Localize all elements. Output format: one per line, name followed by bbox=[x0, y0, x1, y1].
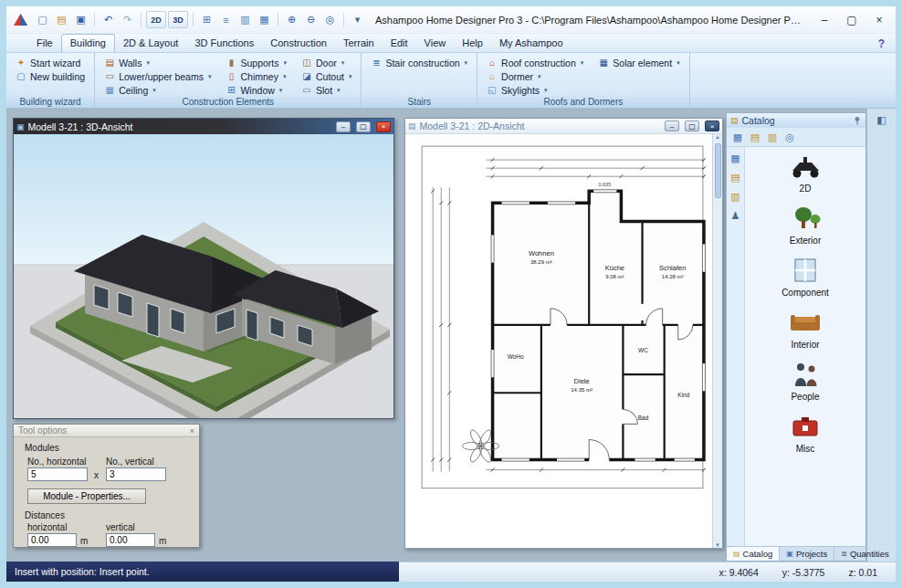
catalog-panel: ▤ Catalog ▦ ▤ ▥ ◎ ▦ ▤ ▥ ♟ bbox=[726, 112, 866, 562]
tab-3d-functions[interactable]: 3D Functions bbox=[186, 35, 262, 52]
tab-quantities[interactable]: ≣ Quantities bbox=[834, 547, 896, 561]
panel-collapse-icon[interactable]: ◧ bbox=[867, 114, 896, 126]
new-file-icon[interactable]: ▢ bbox=[34, 11, 51, 28]
door-button[interactable]: ◫ Door ▾ bbox=[299, 56, 353, 69]
scrollbar-thumb[interactable] bbox=[715, 143, 721, 198]
window-button[interactable]: ⊞ Window ▾ bbox=[224, 83, 288, 97]
distance-horizontal-input[interactable] bbox=[27, 533, 77, 547]
catalog-item-component[interactable]: Component bbox=[781, 254, 829, 298]
close-button[interactable]: × bbox=[866, 11, 892, 29]
3d-viewport[interactable] bbox=[14, 134, 393, 418]
view-3d-button[interactable]: 3D bbox=[168, 11, 188, 28]
3d-close-button[interactable]: × bbox=[376, 121, 391, 132]
tab-my-ashampoo[interactable]: My Ashampoo bbox=[491, 35, 572, 52]
no-horizontal-label: No., horizontal bbox=[27, 457, 86, 467]
solar-element-button[interactable]: ▦ Solar element ▾ bbox=[596, 56, 681, 69]
save-icon[interactable]: ▣ bbox=[72, 11, 89, 28]
materials-category-icon[interactable]: ▥ bbox=[730, 191, 739, 203]
catalog-toolbar: ▦ ▤ ▥ ◎ bbox=[727, 128, 865, 147]
collapsed-panel-strip: ◧ bbox=[866, 109, 896, 562]
modules-vertical-input[interactable] bbox=[106, 467, 166, 481]
cutout-button[interactable]: ◪ Cutout ▾ bbox=[299, 69, 353, 83]
qat-more-icon[interactable]: ▾ bbox=[349, 11, 366, 28]
2d-close-button[interactable]: × bbox=[705, 121, 719, 131]
stair-construction-button[interactable]: ≣ Stair construction ▾ bbox=[369, 56, 469, 69]
3d-scene-canvas[interactable] bbox=[14, 134, 393, 418]
tab-projects[interactable]: ▣ Projects bbox=[780, 547, 834, 561]
supports-button[interactable]: ▮ Supports ▾ bbox=[224, 56, 288, 69]
zoom-in-icon[interactable]: ⊕ bbox=[283, 11, 300, 28]
objects-category-icon[interactable]: ▦ bbox=[730, 152, 739, 164]
scroll-up-icon[interactable]: ▲ bbox=[715, 134, 720, 140]
zoom-out-icon[interactable]: ⊖ bbox=[302, 11, 320, 28]
catalog-item-exterior[interactable]: Exterior bbox=[784, 202, 826, 246]
ceiling-button[interactable]: ▦ Ceiling ▾ bbox=[102, 83, 213, 97]
ribbon-group-construction-elements: ▤ Walls ▾ ▭ Lower/upper beams ▾ ▦ Ceilin… bbox=[95, 53, 362, 108]
catalog-item-2d[interactable]: 2D bbox=[784, 150, 826, 194]
lower-upper-beams-button[interactable]: ▭ Lower/upper beams ▾ bbox=[102, 69, 213, 83]
new-folder-icon[interactable]: ▥ bbox=[765, 130, 780, 144]
folder-up-icon[interactable]: ▤ bbox=[748, 130, 762, 144]
chimney-button[interactable]: ▯ Chimney ▾ bbox=[224, 69, 288, 83]
tab-help[interactable]: Help bbox=[454, 35, 491, 52]
tab-building[interactable]: Building bbox=[61, 34, 115, 52]
catalog-item-interior[interactable]: Interior bbox=[784, 306, 826, 350]
scroll-down-icon[interactable]: ▼ bbox=[715, 542, 720, 548]
2d-view-title: Modell 3-21 : 2D-Ansicht bbox=[420, 121, 659, 131]
module-properties-button[interactable]: Module - Properties... bbox=[27, 488, 146, 504]
slot-button[interactable]: ▭ Slot ▾ bbox=[299, 83, 353, 97]
walls-button[interactable]: ▤ Walls ▾ bbox=[102, 56, 213, 69]
skylights-button[interactable]: ◱ Skylights ▾ bbox=[485, 83, 585, 97]
start-wizard-button[interactable]: ✦ Start wizard bbox=[14, 56, 87, 69]
roof-construction-button[interactable]: ⌂ Roof construction ▾ bbox=[485, 56, 585, 69]
minimize-button[interactable]: – bbox=[812, 11, 837, 29]
tab-catalog[interactable]: ▤ Catalog bbox=[727, 547, 780, 561]
distances-heading: Distances bbox=[25, 510, 65, 520]
floorplan-canvas[interactable]: Wohnen 38.29 m² Küche 9.08 m² Schlafen 1… bbox=[405, 134, 712, 548]
tab-construction[interactable]: Construction bbox=[262, 35, 335, 52]
catalog-item-misc[interactable]: Misc bbox=[784, 410, 826, 454]
tab-terrain[interactable]: Terrain bbox=[335, 35, 383, 52]
tab-edit[interactable]: Edit bbox=[383, 35, 416, 52]
pin-icon[interactable] bbox=[853, 116, 862, 125]
3d-minimize-button[interactable]: – bbox=[336, 121, 351, 132]
undo-icon[interactable]: ↶ bbox=[100, 11, 117, 28]
figures-category-icon[interactable]: ♟ bbox=[731, 210, 740, 222]
tool-options-close-icon[interactable]: × bbox=[190, 426, 194, 436]
2d-minimize-button[interactable]: – bbox=[665, 121, 679, 131]
zoom-fit-icon[interactable]: ◎ bbox=[321, 11, 339, 28]
3d-view-titlebar[interactable]: ▣ Modell 3-21 : 3D-Ansicht – ▢ × bbox=[14, 119, 393, 134]
2d-vertical-scrollbar[interactable]: ▲ ▼ bbox=[712, 134, 722, 548]
app-window: ▢ ▤ ▣ ↶ ↷ 2D 3D ⊞ ≡ ▥ ▦ ⊕ ⊖ ◎ ▾ Ashampoo… bbox=[6, 6, 896, 582]
tab-2d-layout[interactable]: 2D & Layout bbox=[115, 35, 187, 52]
section-view-icon[interactable]: ▥ bbox=[236, 11, 254, 28]
open-project-icon[interactable]: ▤ bbox=[53, 11, 70, 28]
elevation-view-icon[interactable]: ▦ bbox=[256, 11, 273, 28]
3d-maximize-button[interactable]: ▢ bbox=[356, 121, 371, 132]
titlebar: ▢ ▤ ▣ ↶ ↷ 2D 3D ⊞ ≡ ▥ ▦ ⊕ ⊖ ◎ ▾ Ashampoo… bbox=[6, 6, 896, 34]
tab-view[interactable]: View bbox=[416, 35, 455, 52]
view-2d-button[interactable]: 2D bbox=[146, 11, 166, 28]
redo-icon[interactable]: ↷ bbox=[119, 11, 136, 28]
ceiling-label: Ceiling bbox=[119, 85, 148, 96]
dormer-button[interactable]: ⌂ Dormer ▾ bbox=[485, 69, 585, 83]
2d-viewport[interactable]: Wohnen 38.29 m² Küche 9.08 m² Schlafen 1… bbox=[405, 134, 722, 548]
layers-icon[interactable]: ≡ bbox=[217, 11, 235, 28]
modules-horizontal-input[interactable] bbox=[27, 467, 88, 481]
search-icon[interactable]: ◎ bbox=[782, 130, 797, 144]
catalog-item-people[interactable]: People bbox=[784, 358, 826, 402]
textures-category-icon[interactable]: ▤ bbox=[730, 172, 739, 184]
maximize-button[interactable]: ▢ bbox=[839, 11, 865, 29]
help-icon[interactable]: ? bbox=[878, 37, 885, 52]
ribbon-group-label-stairs: Stairs bbox=[362, 96, 477, 108]
grid-icon[interactable]: ⊞ bbox=[198, 11, 215, 28]
distance-vertical-input[interactable] bbox=[106, 533, 155, 547]
start-wizard-label: Start wizard bbox=[30, 58, 80, 68]
new-building-button[interactable]: ▢ New building bbox=[14, 69, 87, 83]
window-title: Ashampoo Home Designer Pro 3 - C:\Progra… bbox=[368, 15, 810, 26]
tool-options-titlebar[interactable]: Tool options × bbox=[14, 425, 199, 437]
tab-file[interactable]: File bbox=[28, 35, 61, 52]
browse-icon[interactable]: ▦ bbox=[730, 130, 745, 144]
2d-maximize-button[interactable]: ▢ bbox=[685, 121, 699, 131]
2d-view-titlebar[interactable]: ▤ Modell 3-21 : 2D-Ansicht – ▢ × bbox=[405, 119, 722, 134]
